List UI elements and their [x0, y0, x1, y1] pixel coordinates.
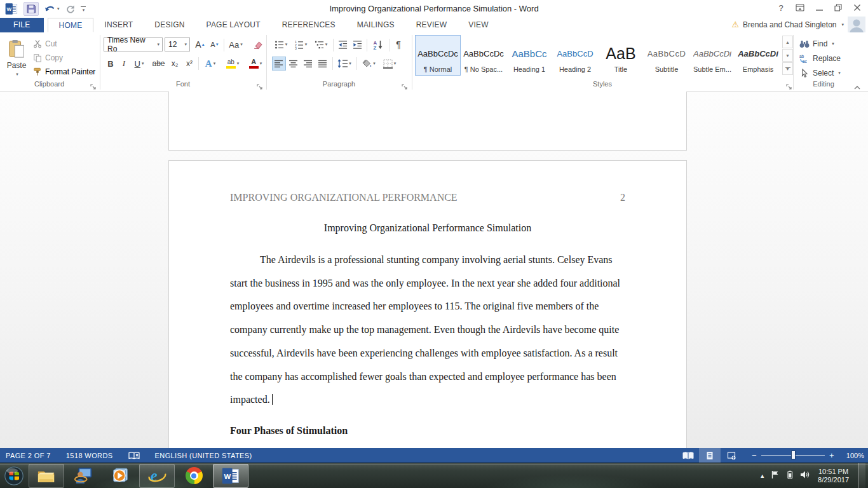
tab-references[interactable]: REFERENCES: [271, 18, 346, 32]
subscript-button[interactable]: x₂: [168, 57, 182, 71]
taskbar-file-explorer[interactable]: [29, 464, 64, 488]
font-size-caret-icon[interactable]: ▾: [182, 42, 189, 47]
taskbar-word-active[interactable]: [213, 464, 248, 488]
align-center-button[interactable]: [287, 57, 301, 71]
zoom-level[interactable]: 100%: [837, 452, 864, 459]
italic-button[interactable]: I: [118, 57, 130, 71]
increase-indent-button[interactable]: [350, 37, 364, 51]
restore-button[interactable]: [829, 0, 848, 15]
paragraph-dialog-launcher[interactable]: [402, 82, 409, 89]
font-color-button[interactable]: A ▾: [245, 57, 266, 71]
font-name-caret-icon[interactable]: ▾: [154, 42, 162, 47]
print-layout-button[interactable]: [699, 448, 721, 463]
start-button[interactable]: [0, 463, 28, 488]
replace-button[interactable]: Replace: [799, 52, 841, 65]
tab-home[interactable]: HOME: [48, 18, 94, 32]
clipboard-dialog-launcher[interactable]: [90, 82, 97, 89]
find-button[interactable]: Find▾: [799, 37, 834, 50]
tab-mailings[interactable]: MAILINGS: [346, 18, 405, 32]
line-spacing-button[interactable]: ▾: [335, 57, 354, 71]
taskbar-chrome[interactable]: [176, 464, 212, 488]
style-no-spacing[interactable]: AaBbCcDc ¶ No Spac...: [461, 35, 506, 76]
paste-caret-icon: ▾: [16, 72, 18, 77]
change-case-button[interactable]: Aa▾: [226, 37, 245, 51]
strikethrough-button[interactable]: abe: [150, 57, 167, 71]
borders-button[interactable]: ▾: [380, 57, 399, 71]
web-layout-button[interactable]: [721, 448, 742, 463]
style-title[interactable]: AaB Title: [598, 35, 644, 76]
read-mode-button[interactable]: [677, 448, 699, 463]
justify-button[interactable]: [316, 57, 330, 71]
style-subtitle[interactable]: AaBbCcD Subtitle: [644, 35, 689, 76]
style-heading-2[interactable]: AaBbCcD Heading 2: [552, 35, 598, 76]
zoom-slider[interactable]: [761, 455, 825, 456]
tab-page-layout[interactable]: PAGE LAYOUT: [196, 18, 271, 32]
styles-scroll-up-button[interactable]: ▲: [782, 36, 793, 48]
document-canvas[interactable]: IMPROVING ORGANIZATIONAL PERFORMANCE 2 I…: [0, 92, 868, 448]
tab-design[interactable]: DESIGN: [144, 18, 195, 32]
font-size-combobox[interactable]: 12▾: [165, 37, 190, 51]
word-count[interactable]: 1518 WORDS: [66, 448, 113, 463]
show-hide-pilcrow-button[interactable]: ¶: [391, 37, 405, 51]
superscript-button[interactable]: x²: [182, 57, 196, 71]
proofing-status-icon[interactable]: [128, 448, 140, 463]
page-indicator[interactable]: PAGE 2 OF 7: [6, 448, 51, 463]
styles-group-label: Styles: [412, 80, 793, 88]
cut-button[interactable]: Cut: [33, 37, 57, 50]
show-desktop-button[interactable]: [858, 463, 865, 488]
bullets-button[interactable]: ▾: [272, 37, 290, 51]
align-left-button[interactable]: [272, 57, 286, 71]
decrease-indent-button[interactable]: [336, 37, 349, 51]
taskbar-internet-explorer[interactable]: [139, 464, 175, 488]
text-effects-button[interactable]: A▾: [201, 57, 219, 71]
account-area[interactable]: ⚠ Brenda and Chad Singleton ▾: [731, 17, 865, 32]
tab-view[interactable]: VIEW: [458, 18, 499, 32]
zoom-slider-thumb[interactable]: [791, 451, 796, 459]
multilevel-list-button[interactable]: ▾: [311, 37, 330, 51]
ribbon-display-options-button[interactable]: [790, 0, 810, 15]
document-body[interactable]: The Airdevils is a professional stunting…: [230, 248, 625, 412]
font-name-combobox[interactable]: Times New Ro▾: [104, 37, 163, 51]
numbering-button[interactable]: ▾: [292, 37, 309, 51]
style-subtle-emphasis[interactable]: AaBbCcDi Subtle Em...: [689, 35, 735, 76]
collapse-ribbon-button[interactable]: [854, 81, 860, 92]
page-2[interactable]: IMPROVING ORGANIZATIONAL PERFORMANCE 2 I…: [168, 160, 687, 449]
styles-scroll-down-button[interactable]: ▼: [782, 49, 793, 62]
style-normal[interactable]: AaBbCcDc ¶ Normal: [415, 35, 461, 76]
grow-font-button[interactable]: A▲: [193, 37, 208, 51]
help-button[interactable]: ?: [771, 0, 790, 15]
close-button[interactable]: [848, 0, 867, 15]
taskbar-media-player[interactable]: [102, 464, 138, 488]
zoom-in-button[interactable]: +: [826, 451, 837, 460]
clear-formatting-button[interactable]: [249, 37, 266, 51]
battery-icon[interactable]: [785, 470, 794, 482]
zoom-out-button[interactable]: −: [749, 451, 760, 460]
bold-button[interactable]: B: [104, 57, 118, 71]
font-dialog-launcher[interactable]: [257, 82, 264, 89]
style-heading-1[interactable]: AaBbCc Heading 1: [506, 35, 552, 76]
styles-more-button[interactable]: ▼: [782, 62, 793, 75]
minimize-button[interactable]: [810, 0, 829, 15]
tab-review[interactable]: REVIEW: [405, 18, 458, 32]
shrink-font-button[interactable]: A▼: [208, 37, 222, 51]
tab-insert[interactable]: INSERT: [93, 18, 144, 32]
tray-expand-button[interactable]: ▲: [759, 473, 765, 479]
tray-clock[interactable]: 10:51 PM 8/29/2017: [818, 468, 849, 484]
page-1-bottom[interactable]: [168, 92, 687, 151]
avatar[interactable]: [848, 17, 865, 32]
shading-button[interactable]: ▾: [359, 57, 378, 71]
align-right-button[interactable]: [301, 57, 315, 71]
sort-button[interactable]: [369, 37, 387, 51]
style-emphasis[interactable]: AaBbCcDi Emphasis: [735, 35, 781, 76]
underline-button[interactable]: U▾: [130, 57, 148, 71]
select-button[interactable]: Select▾: [799, 67, 841, 79]
styles-dialog-launcher[interactable]: [786, 82, 793, 89]
taskbar-remote-desktop[interactable]: [65, 464, 101, 488]
highlight-color-button[interactable]: ab ▾: [222, 57, 243, 71]
copy-button[interactable]: Copy: [33, 51, 63, 64]
action-center-icon[interactable]: [771, 470, 780, 482]
volume-icon[interactable]: [800, 470, 810, 482]
language-indicator[interactable]: ENGLISH (UNITED STATES): [155, 448, 252, 463]
tab-file[interactable]: FILE: [0, 18, 44, 32]
format-painter-button[interactable]: Format Painter: [33, 65, 95, 78]
